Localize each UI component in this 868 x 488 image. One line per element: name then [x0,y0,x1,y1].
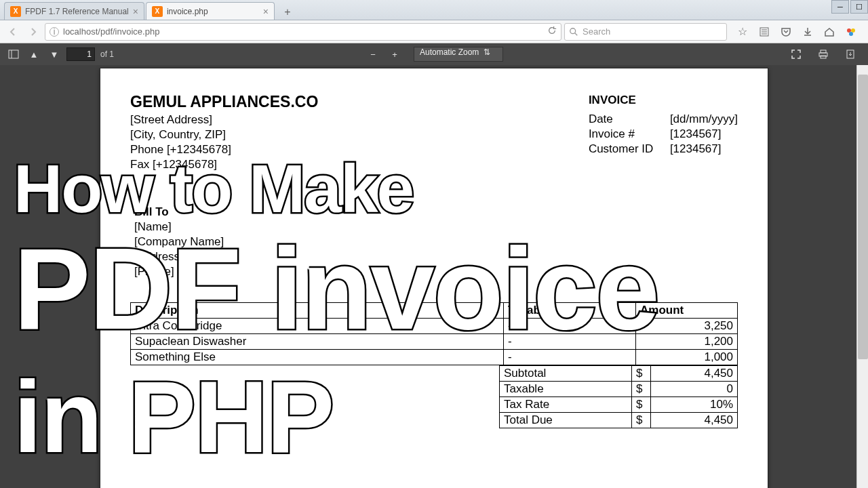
page-total-label: of 1 [100,49,114,59]
tab-invoice-php[interactable]: X invoice.php × [146,2,275,20]
pdf-viewer: GEMUL APPLIANCES.CO [Street Address] [Ci… [0,65,868,488]
invoice-header: GEMUL APPLIANCES.CO [Street Address] [Ci… [130,93,738,172]
reload-icon[interactable] [547,26,557,37]
bill-to-block: Bill To [Name] [Company Name] [Address] … [134,205,738,279]
invoice-summary: Subtotal $ 4,450 Taxable $ 0 Tax Rate $ … [499,365,738,428]
download-icon[interactable] [842,46,859,62]
company-phone: Phone [+12345678] [130,142,318,157]
svg-point-8 [849,32,853,36]
meta-invno-label: Invoice # [589,127,670,142]
meta-cust-value: [1234567] [670,142,722,157]
zoom-out-button[interactable]: − [365,46,381,62]
bookmark-icon[interactable]: ☆ [736,26,749,38]
svg-rect-11 [821,50,826,53]
billto-title: Bill To [134,205,738,220]
close-icon[interactable]: × [263,6,269,17]
billto-phone: [Phone] [134,264,738,279]
window-controls: ─ ☐ [830,0,868,15]
print-icon[interactable] [815,46,831,62]
summary-taxrate-label: Tax Rate [500,397,632,413]
back-button[interactable] [4,23,22,41]
meta-cust-label: Customer ID [589,142,670,157]
forward-button[interactable] [24,23,42,41]
svg-point-0 [570,28,576,33]
meta-date-label: Date [589,112,670,127]
svg-point-6 [847,28,851,33]
company-fax: Fax [+12345678] [130,157,318,172]
company-address2: [City, Country, ZIP] [130,127,318,142]
vertical-scrollbar[interactable] [856,65,868,488]
company-name: GEMUL APPLIANCES.CO [130,93,318,111]
new-tab-button[interactable]: + [279,5,296,20]
maximize-button[interactable]: ☐ [850,0,868,14]
search-icon [569,27,578,37]
col-description: Description [131,303,504,319]
close-icon[interactable]: × [133,6,138,17]
zoom-select[interactable]: Automatic Zoom ⇅ [414,47,503,62]
invoice-table: Description Taxable Amount Ultra Cool Fr… [130,302,738,365]
billto-address: [Address] [134,249,738,264]
chevron-updown-icon: ⇅ [484,47,490,57]
sidebar-toggle-icon[interactable] [5,46,22,62]
table-row: Something Else - 1,000 [131,350,738,365]
home-icon[interactable] [823,26,835,38]
site-info-icon[interactable]: i [50,27,59,37]
billto-company: [Company Name] [134,235,738,249]
minimize-button[interactable]: ─ [831,0,849,14]
tab-strip: X FPDF 1.7 Reference Manual × X invoice.… [0,0,868,20]
tab-label: invoice.php [167,7,208,16]
search-placeholder: Search [583,26,610,37]
fullscreen-icon[interactable] [788,46,804,62]
summary-total-label: Total Due [500,413,632,428]
invoice-meta: INVOICE Date [dd/mm/yyyy] Invoice # [123… [589,93,738,172]
svg-point-7 [851,28,855,33]
page-down-icon[interactable]: ▼ [46,46,62,62]
downloads-icon[interactable] [802,26,814,38]
table-row: Supaclean Diswasher - 1,200 [131,334,738,350]
pocket-icon[interactable] [780,26,792,38]
url-bar[interactable]: i localhost/pdf/invoice.php [45,23,561,41]
page-up-icon[interactable]: ▲ [26,46,42,62]
svg-rect-9 [9,50,18,58]
meta-date-value: [dd/mm/yyyy] [670,112,738,127]
meta-invno-value: [1234567] [670,127,722,142]
svg-line-1 [575,33,578,35]
address-toolbar: i localhost/pdf/invoice.php Search ☆ [0,20,868,43]
page-number-input[interactable] [66,47,95,61]
url-text: localhost/pdf/invoice.php [63,26,159,37]
xampp-icon: X [152,6,163,17]
scrollbar-thumb[interactable] [858,75,868,359]
xampp-icon: X [10,6,21,17]
billto-name: [Name] [134,220,738,235]
col-amount: Amount [636,303,738,319]
pdf-toolbar: ▲ ▼ of 1 − + Automatic Zoom ⇅ [0,43,868,65]
search-box[interactable]: Search [564,23,727,41]
toolbar-right: ☆ [730,26,864,38]
list-icon[interactable] [758,26,770,38]
summary-subtotal-label: Subtotal [500,366,632,382]
invoice-title: INVOICE [589,93,738,108]
tab-label: FPDF 1.7 Reference Manual [25,7,129,16]
addon-icon[interactable] [845,26,857,38]
company-block: GEMUL APPLIANCES.CO [Street Address] [Ci… [130,93,318,172]
zoom-in-button[interactable]: + [387,46,403,62]
summary-taxable-label: Taxable [500,382,632,397]
col-taxable: Taxable [504,303,636,319]
table-row: Ultra Cool Fridge - 3,250 [131,319,738,334]
tab-fpdf-manual[interactable]: X FPDF 1.7 Reference Manual × [4,2,144,20]
company-address1: [Street Address] [130,113,318,127]
pdf-page: GEMUL APPLIANCES.CO [Street Address] [Ci… [100,68,768,488]
